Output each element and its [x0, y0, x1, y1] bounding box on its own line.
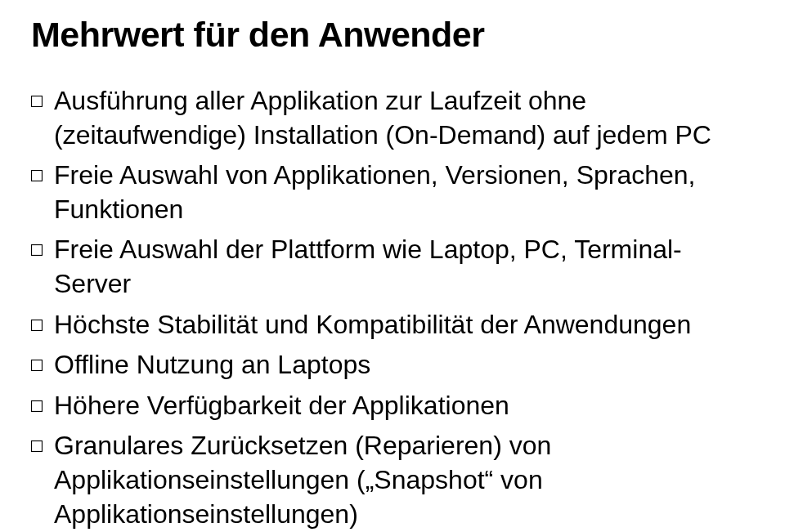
bullet-square-icon [31, 440, 43, 452]
svg-rect-1 [31, 170, 43, 181]
bullet-text: Freie Auswahl von Applikationen, Version… [54, 159, 754, 226]
bullet-square-icon [31, 360, 43, 371]
list-item: Höhere Verfügbarkeit der Applikationen [31, 389, 754, 423]
bullet-text: Höhere Verfügbarkeit der Applikationen [54, 389, 754, 423]
svg-rect-4 [31, 360, 43, 371]
svg-rect-2 [31, 244, 43, 256]
svg-rect-6 [31, 440, 43, 452]
bullet-text: Granulares Zurücksetzen (Reparieren) von… [54, 429, 754, 531]
bullet-text: Ausführung aller Applikation zur Laufzei… [54, 84, 754, 152]
bullet-text: Freie Auswahl der Plattform wie Laptop, … [54, 233, 754, 301]
list-item: Ausführung aller Applikation zur Laufzei… [31, 84, 754, 152]
svg-rect-3 [31, 320, 43, 331]
list-item: Offline Nutzung an Laptops [31, 348, 754, 382]
bullet-list: Ausführung aller Applikation zur Laufzei… [31, 84, 754, 531]
list-item: Granulares Zurücksetzen (Reparieren) von… [31, 429, 754, 531]
svg-rect-0 [31, 96, 43, 107]
list-item: Höchste Stabilität und Kompatibilität de… [31, 308, 754, 342]
bullet-square-icon [31, 170, 43, 181]
bullet-square-icon [31, 320, 43, 331]
bullet-square-icon [31, 244, 43, 256]
slide-title: Mehrwert für den Anwender [31, 15, 754, 55]
bullet-square-icon [31, 400, 43, 412]
bullet-text: Offline Nutzung an Laptops [54, 348, 754, 382]
svg-rect-5 [31, 400, 43, 412]
list-item: Freie Auswahl von Applikationen, Version… [31, 159, 754, 226]
bullet-square-icon [31, 96, 43, 107]
list-item: Freie Auswahl der Plattform wie Laptop, … [31, 233, 754, 301]
bullet-text: Höchste Stabilität und Kompatibilität de… [54, 308, 754, 342]
